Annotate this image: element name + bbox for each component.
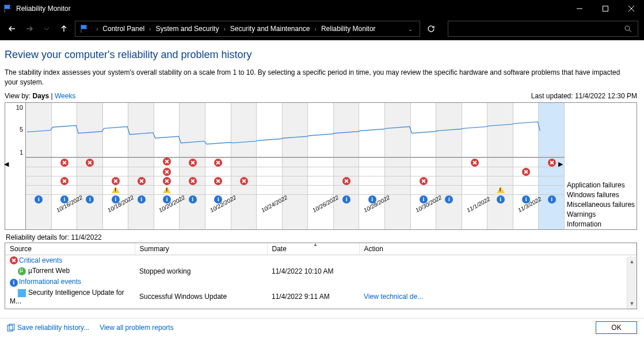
utorrent-icon (18, 267, 26, 275)
table-row[interactable]: Security Intelligence Update for M... Su… (5, 287, 637, 306)
nav-bar: › Control Panel› System and Security› Se… (0, 17, 644, 40)
window-title: Reliability Monitor (16, 5, 71, 13)
content-area: Review your computer's reliability and p… (0, 40, 644, 324)
crumb-0[interactable]: Control Panel (102, 25, 144, 33)
svg-rect-0 (603, 6, 608, 11)
windows-update-icon (18, 289, 26, 297)
group-informational[interactable]: Informational eventsˆ (5, 276, 637, 287)
description-text: The stability index assesses your system… (5, 68, 626, 87)
group-critical[interactable]: Critical eventsˆ (5, 255, 637, 266)
ok-button[interactable]: OK (596, 321, 637, 334)
view-all-link[interactable]: View all problem reports (100, 324, 174, 332)
col-source[interactable]: Source (5, 243, 135, 255)
scroll-up-icon[interactable]: ▲ (627, 257, 637, 267)
last-updated: Last updated: 11/4/2022 12:30 PM (531, 92, 637, 100)
viewby-days[interactable]: Days (32, 92, 49, 100)
details-title: Reliability details for: 11/4/2022 (6, 233, 637, 241)
col-action[interactable]: Action (359, 243, 637, 255)
page-title: Review your computer's reliability and p… (5, 49, 637, 61)
close-button[interactable] (618, 0, 644, 17)
viewby-weeks[interactable]: Weeks (55, 92, 75, 100)
title-bar: Reliability Monitor (0, 0, 644, 17)
search-input[interactable] (448, 21, 638, 37)
viewby-label: View by: (5, 92, 31, 100)
breadcrumb[interactable]: › Control Panel› System and Security› Se… (75, 21, 420, 37)
crumb-2[interactable]: Security and Maintenance (230, 25, 310, 33)
col-summary[interactable]: Summary (135, 243, 267, 255)
details-table: Source Summary ▲Date Action Critical eve… (5, 243, 637, 309)
svg-point-1 (625, 26, 630, 30)
sort-asc-icon: ▲ (313, 242, 318, 247)
table-row[interactable]: µTorrent Web Stopped working 11/4/2022 1… (5, 266, 637, 276)
reliability-chart[interactable]: ◀ 10 5 1 10/16/202210/18/202210/20/20221… (5, 102, 637, 230)
footer-bar: Save reliability history... View all pro… (0, 318, 644, 336)
y-axis: 10 5 1 (5, 103, 26, 229)
crumb-1[interactable]: System and Security (155, 25, 219, 33)
save-history-link[interactable]: Save reliability history... (17, 324, 89, 332)
crumb-3[interactable]: Reliability Monitor (321, 25, 376, 33)
chart-legend: Application failures Windows failures Mi… (565, 103, 637, 229)
save-icon (7, 324, 15, 332)
chart-plot[interactable]: 10/16/202210/18/202210/20/202210/22/2022… (26, 103, 565, 229)
app-flag-icon (3, 4, 13, 13)
scroll-down-icon[interactable]: ▼ (627, 299, 637, 309)
view-details-link[interactable]: View technical de... (364, 293, 423, 301)
forward-button[interactable] (23, 22, 36, 35)
search-icon (624, 25, 632, 33)
details-scrollbar[interactable]: ▲ ▼ (627, 257, 637, 309)
up-button[interactable] (58, 22, 70, 35)
breadcrumb-flag-icon (80, 24, 89, 33)
back-button[interactable] (6, 22, 18, 35)
chevron-down-icon[interactable]: ⌄ (406, 26, 415, 32)
chart-next-button[interactable]: ▶ (558, 160, 563, 168)
refresh-button[interactable] (425, 22, 437, 35)
maximize-button[interactable] (592, 0, 618, 17)
minimize-button[interactable] (566, 0, 592, 17)
col-date[interactable]: ▲Date (267, 243, 359, 255)
recent-button[interactable] (40, 22, 53, 35)
